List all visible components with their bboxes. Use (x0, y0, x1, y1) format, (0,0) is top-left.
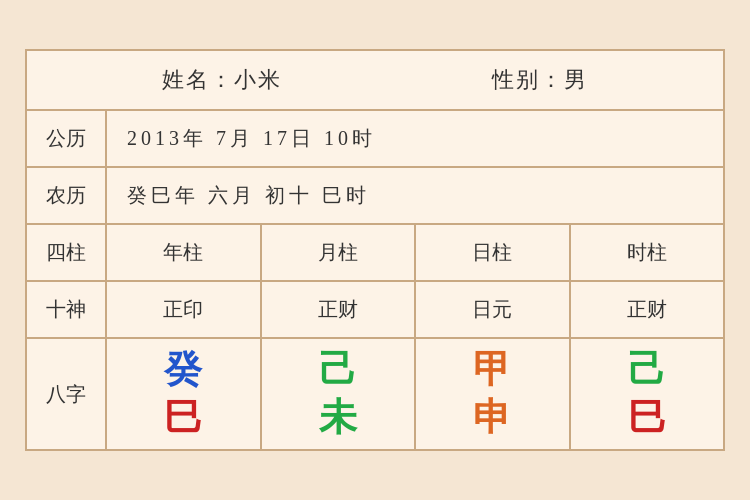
columns-row: 四柱 年柱 月柱 日柱 时柱 (27, 225, 723, 282)
lunar-value: 癸巳年 六月 初十 巳时 (107, 168, 723, 223)
bazi-year-bottom: 巳 (164, 397, 202, 439)
shishen-month: 正财 (262, 282, 417, 337)
gender-label: 性别：男 (492, 65, 588, 95)
bazi-day: 甲 申 (416, 339, 571, 449)
main-container: 姓名：小米 性别：男 公历 2013年 7月 17日 10时 农历 癸巳年 六月… (25, 49, 725, 451)
solar-value: 2013年 7月 17日 10时 (107, 111, 723, 166)
col-hour: 时柱 (571, 225, 724, 280)
shishen-day: 日元 (416, 282, 571, 337)
bazi-hour-top: 己 (628, 349, 666, 391)
bazi-hour-bottom: 巳 (628, 397, 666, 439)
bazi-label: 八字 (27, 339, 107, 449)
shishen-label: 十神 (27, 282, 107, 337)
lunar-row: 农历 癸巳年 六月 初十 巳时 (27, 168, 723, 225)
col-month: 月柱 (262, 225, 417, 280)
lunar-label: 农历 (27, 168, 107, 223)
col-day: 日柱 (416, 225, 571, 280)
bazi-year-top: 癸 (164, 349, 202, 391)
bazi-month-top: 己 (319, 349, 357, 391)
solar-row: 公历 2013年 7月 17日 10时 (27, 111, 723, 168)
columns-label: 四柱 (27, 225, 107, 280)
bazi-row: 八字 癸 巳 己 未 甲 申 己 巳 (27, 339, 723, 449)
shishen-year: 正印 (107, 282, 262, 337)
bazi-month-bottom: 未 (319, 397, 357, 439)
col-year: 年柱 (107, 225, 262, 280)
bazi-hour: 己 巳 (571, 339, 724, 449)
shishen-hour: 正财 (571, 282, 724, 337)
bazi-day-top: 甲 (473, 349, 511, 391)
bazi-day-bottom: 申 (473, 397, 511, 439)
bazi-month: 己 未 (262, 339, 417, 449)
name-label: 姓名：小米 (162, 65, 282, 95)
bazi-year: 癸 巳 (107, 339, 262, 449)
header-row: 姓名：小米 性别：男 (27, 51, 723, 111)
solar-label: 公历 (27, 111, 107, 166)
shishen-row: 十神 正印 正财 日元 正财 (27, 282, 723, 339)
